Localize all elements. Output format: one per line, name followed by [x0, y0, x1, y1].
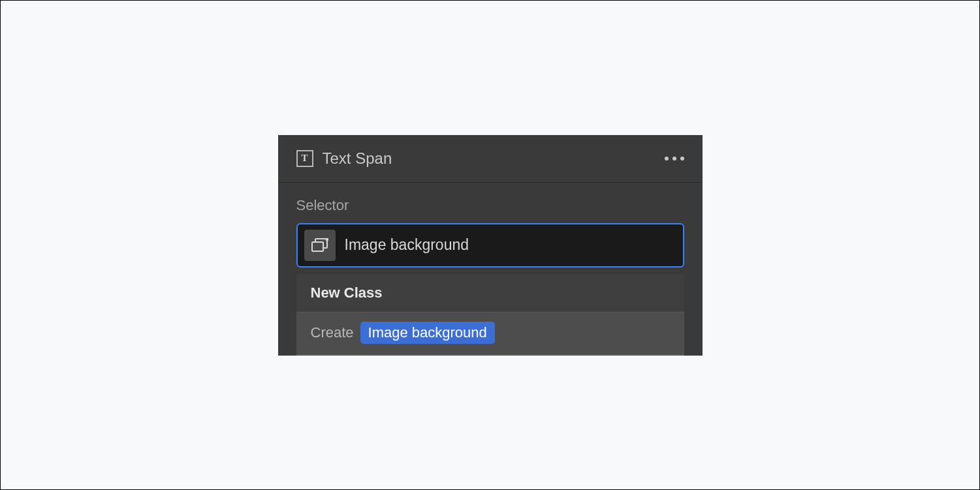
svg-rect-0: [312, 242, 323, 251]
inheritance-icon[interactable]: [304, 230, 336, 261]
selector-label: Selector: [296, 197, 684, 214]
svg-point-1: [325, 238, 328, 241]
more-options-icon[interactable]: [665, 157, 684, 161]
style-panel: T Text Span Selector New Class Create Im…: [278, 135, 703, 356]
element-type-label: Text Span: [323, 149, 392, 168]
selector-input-container[interactable]: [296, 223, 684, 268]
panel-header: T Text Span: [278, 135, 703, 183]
create-class-option[interactable]: Create Image background: [296, 312, 684, 356]
panel-body: Selector New Class Create Image backgrou…: [278, 183, 703, 356]
class-suggestion-dropdown: New Class Create Image background: [296, 274, 684, 356]
dropdown-heading: New Class: [296, 274, 684, 312]
text-span-icon: T: [296, 150, 313, 167]
create-prefix: Create: [311, 324, 354, 341]
header-left: T Text Span: [296, 149, 392, 168]
selector-input[interactable]: [345, 236, 676, 254]
new-class-name-tag: Image background: [360, 322, 495, 344]
